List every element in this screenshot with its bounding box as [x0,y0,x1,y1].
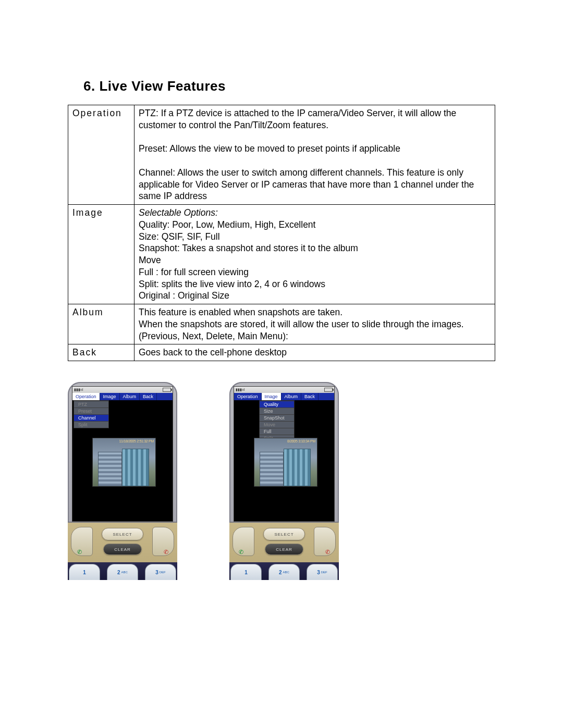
signal-icon: ▮▮▮ııl [236,388,244,392]
menubar-item[interactable]: Back [301,393,319,400]
call-icon[interactable]: ✆ [237,548,245,556]
hangup-icon[interactable]: ✆ [323,548,332,556]
select-button[interactable]: SELECT [102,528,143,540]
dropdown-item[interactable]: Preset [74,408,108,414]
signal-icon: ▮▮▮ııl [74,388,83,392]
live-video-thumb: 8/2005 3:10:34 PM [254,438,317,487]
dropdown-item[interactable]: Quality [260,401,294,408]
table-row-head: Back [68,344,134,361]
numkey[interactable]: 1 [69,564,100,580]
battery-icon [163,388,171,392]
table-row-body: Selectable Options:Quality: Poor, Low, M… [134,205,495,304]
numkey[interactable]: 3DEF [145,564,176,580]
section-title: 6. Live View Features [83,78,495,94]
menubar-item[interactable]: Album [120,393,140,400]
menubar-item[interactable]: Album [282,393,302,400]
phone-mockup-image: ▮▮▮ıılOperationImageAlbumBackQualitySize… [229,382,339,580]
table-row-head: Image [68,205,134,304]
dropdown-item[interactable]: Full [260,428,294,435]
table-row-head: Operation [68,105,134,205]
menubar-item[interactable]: Image [100,393,120,400]
table-row-head: Album [68,304,134,344]
features-table: OperationPTZ: If a PTZ device is attache… [68,105,495,361]
numkey[interactable]: 1 [230,564,262,580]
battery-icon [324,388,333,392]
menubar-item[interactable]: Image [262,393,282,400]
live-video-thumb: 11/18/2005 2:51:32 PM [92,438,156,487]
dropdown-item[interactable]: PTZ [74,401,108,408]
hangup-icon[interactable]: ✆ [162,548,170,556]
phone-keypad: SELECTCLEAR✆✆12ABC3DEF [68,522,177,580]
video-timestamp: 11/18/2005 2:51:32 PM [119,439,154,443]
table-row-body: This feature is enabled when snapshots a… [134,304,495,344]
dropdown-item[interactable]: Move [260,421,294,428]
phone-keypad: SELECTCLEAR✆✆12ABC3DEF [229,522,339,580]
phone-menubar: OperationImageAlbumBack [234,393,334,400]
dropdown-item[interactable]: SnapShot [260,414,294,421]
phone-menubar: OperationImageAlbumBack [72,393,173,400]
phone-mockup-operation: ▮▮▮ıılOperationImageAlbumBackPTZPresetCh… [68,382,177,580]
dropdown-item[interactable]: Split [74,421,108,428]
phone-dropdown: PTZPresetChannelSplit [74,400,109,428]
numkey[interactable]: 3DEF [307,564,338,580]
select-button[interactable]: SELECT [263,528,305,540]
table-row-body: PTZ: If a PTZ device is attached to the … [134,105,495,205]
phone-statusbar: ▮▮▮ııl [234,387,334,393]
menubar-item[interactable]: Operation [234,393,262,400]
table-row-body: Goes back to the cell-phone desktop [134,344,495,361]
menubar-item[interactable]: Operation [72,393,100,400]
clear-button[interactable]: CLEAR [265,544,303,555]
numkey[interactable]: 2ABC [268,564,300,580]
video-timestamp: 8/2005 3:10:34 PM [287,439,315,443]
call-icon[interactable]: ✆ [75,548,83,556]
numkey[interactable]: 2ABC [107,564,138,580]
dropdown-item[interactable]: Channel [74,414,108,421]
menubar-item[interactable]: Back [140,393,157,400]
phone-statusbar: ▮▮▮ııl [72,387,173,393]
dropdown-item[interactable]: Size [260,408,294,414]
clear-button[interactable]: CLEAR [103,544,142,555]
